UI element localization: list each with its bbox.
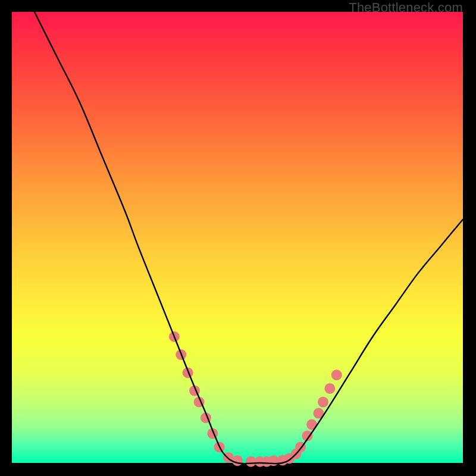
sample-dot: [324, 383, 335, 394]
frame: TheBottleneck.com: [0, 0, 476, 476]
sample-dot: [232, 455, 243, 466]
chart-svg: [12, 12, 463, 463]
sample-dot: [318, 397, 328, 408]
bottleneck-curve-line: [12, 0, 463, 464]
sample-dot: [331, 369, 342, 380]
dots-group: [169, 331, 342, 467]
